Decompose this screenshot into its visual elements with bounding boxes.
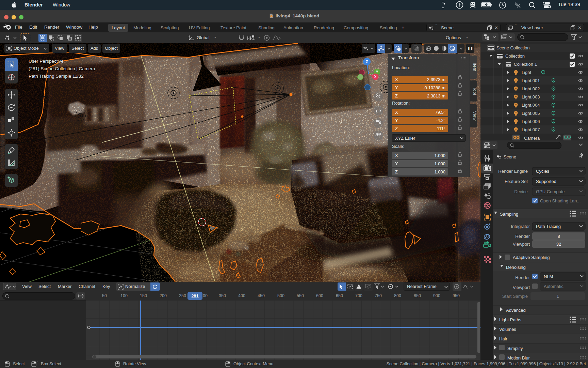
svg-text:Light.006: Light.006 — [522, 119, 540, 124]
svg-text:Cycles: Cycles — [536, 169, 550, 174]
svg-text:Light.007: Light.007 — [522, 127, 540, 132]
svg-text:Render Engine: Render Engine — [498, 169, 528, 174]
svg-text:Light.005: Light.005 — [522, 111, 540, 116]
svg-text:X: X — [374, 75, 377, 79]
svg-text:Volumes: Volumes — [499, 327, 516, 332]
svg-text:Open Shading Lan...: Open Shading Lan... — [540, 198, 581, 203]
svg-text:Light.001: Light.001 — [522, 78, 540, 83]
svg-text:Integrator: Integrator — [511, 224, 530, 229]
svg-text:8: 8 — [557, 234, 560, 239]
svg-text:Z: Z — [366, 60, 368, 64]
svg-text:Y: Y — [376, 70, 378, 74]
svg-text:Path Tracing: Path Tracing — [536, 224, 561, 229]
svg-text:NLM: NLM — [544, 274, 553, 279]
svg-text:Simplify: Simplify — [507, 346, 523, 351]
svg-text:GPU Compute: GPU Compute — [536, 189, 565, 194]
svg-text:Render: Render — [515, 234, 530, 239]
svg-text:Viewport: Viewport — [513, 242, 530, 247]
svg-text:Collection 1: Collection 1 — [514, 62, 537, 67]
svg-text:Feature Set: Feature Set — [505, 179, 528, 184]
svg-text:Hair: Hair — [499, 336, 508, 341]
svg-text:Collection: Collection — [505, 53, 525, 59]
svg-text:Camera: Camera — [524, 136, 540, 140]
svg-text:Light.003: Light.003 — [522, 94, 540, 99]
svg-text:Scene: Scene — [504, 154, 516, 159]
svg-text:Light: Light — [522, 70, 532, 75]
svg-text:Automatic: Automatic — [544, 284, 564, 289]
svg-text:Light.004: Light.004 — [522, 103, 540, 108]
svg-text:Light Paths: Light Paths — [499, 317, 522, 322]
svg-text:Advanced: Advanced — [506, 308, 526, 313]
svg-text:Device: Device — [514, 189, 528, 194]
svg-text:Scene Collection: Scene Collection — [496, 45, 530, 50]
svg-text:Light.002: Light.002 — [522, 86, 540, 91]
svg-text:Sampling: Sampling — [500, 212, 518, 217]
svg-text:32: 32 — [556, 242, 561, 247]
svg-text:Viewport: Viewport — [513, 285, 530, 290]
svg-text:Render: Render — [515, 275, 530, 280]
svg-text:Denoising: Denoising — [506, 265, 526, 270]
svg-text:Start Sample: Start Sample — [502, 294, 528, 299]
svg-text:1: 1 — [556, 294, 559, 299]
svg-text:Supported: Supported — [536, 179, 556, 184]
svg-text:Adaptive Sampling: Adaptive Sampling — [513, 255, 550, 260]
